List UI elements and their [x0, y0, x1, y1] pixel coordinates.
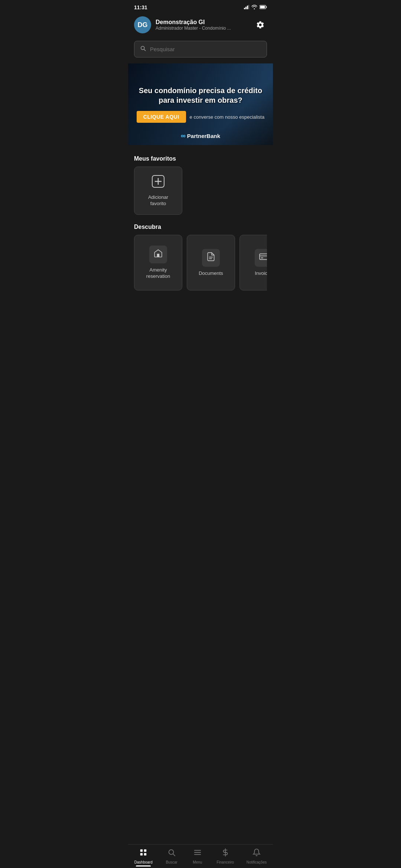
partnerbank-logo-icon: ∞ [181, 132, 186, 140]
svg-rect-5 [260, 6, 265, 8]
search-bar [134, 41, 267, 57]
banner-title: Seu condomínio precisa de créditopara in… [137, 86, 264, 105]
banner-logo-text: ∞ PartnerBank [128, 132, 273, 140]
svg-rect-3 [248, 5, 249, 9]
documents-label: Documents [199, 270, 223, 277]
status-icons [244, 5, 267, 10]
invoices-label: Invoices [255, 270, 267, 277]
documents-card[interactable]: Documents [187, 235, 235, 290]
svg-rect-1 [245, 7, 247, 9]
add-favorite-icon [151, 175, 165, 191]
documents-icon-wrap [202, 249, 220, 267]
header-text: Demonstração GI Administrador Master - C… [156, 19, 231, 31]
banner[interactable]: Seu condomínio precisa de créditopara in… [128, 63, 273, 145]
banner-cta-button[interactable]: CLIQUE AQUI [137, 111, 186, 123]
status-time: 11:31 [134, 4, 147, 10]
signal-icon [244, 5, 249, 10]
battery-icon [260, 5, 267, 10]
search-container [128, 38, 273, 63]
svg-rect-13 [260, 254, 267, 259]
status-bar: 11:31 [128, 0, 273, 13]
invoices-icon [259, 252, 267, 264]
wifi-icon [251, 5, 257, 10]
add-favorite-label: Adicionarfavorito [148, 194, 168, 207]
amenity-reservation-label: Amenityreservation [146, 267, 170, 280]
header-name: Demonstração GI [156, 19, 231, 26]
favorites-title: Meus favoritos [134, 155, 267, 162]
discover-grid: Amenityreservation Documents [134, 235, 267, 293]
search-icon [140, 45, 146, 53]
amenity-reservation-icon [153, 249, 163, 260]
discover-section: Descubra Amenityreservation [128, 219, 273, 296]
svg-rect-0 [244, 8, 245, 9]
invoices-icon-wrap [255, 249, 267, 267]
header-left: DG Demonstração GI Administrador Master … [134, 16, 231, 33]
amenity-reservation-icon-wrap [149, 246, 167, 263]
banner-logo: ∞ PartnerBank [128, 132, 273, 140]
header: DG Demonstração GI Administrador Master … [128, 13, 273, 38]
settings-icon[interactable] [254, 18, 267, 32]
amenity-reservation-card[interactable]: Amenityreservation [134, 235, 182, 290]
search-input[interactable] [150, 46, 261, 52]
banner-content: Seu condomínio precisa de créditopara in… [131, 80, 270, 129]
favorites-grid: Adicionarfavorito [134, 167, 267, 216]
add-favorite-card[interactable]: Adicionarfavorito [134, 167, 182, 215]
invoices-card[interactable]: Invoices [239, 235, 267, 290]
banner-cta-row: CLIQUE AQUI e converse com nosso especia… [137, 111, 264, 123]
svg-rect-15 [261, 257, 263, 258]
partnerbank-logo-label: PartnerBank [187, 133, 220, 139]
svg-rect-2 [247, 6, 248, 9]
main-content: Seu condomínio precisa de créditopara in… [128, 63, 273, 326]
discover-title: Descubra [134, 224, 267, 230]
svg-rect-6 [266, 6, 267, 8]
banner-cta-text: e converse com nosso especialista [190, 114, 265, 120]
avatar[interactable]: DG [134, 16, 151, 33]
documents-icon [206, 252, 216, 264]
header-role: Administrador Master - Condomínio ... [156, 26, 231, 31]
favorites-section: Meus favoritos Adicionarfavorito [128, 151, 273, 219]
svg-rect-10 [157, 254, 160, 257]
